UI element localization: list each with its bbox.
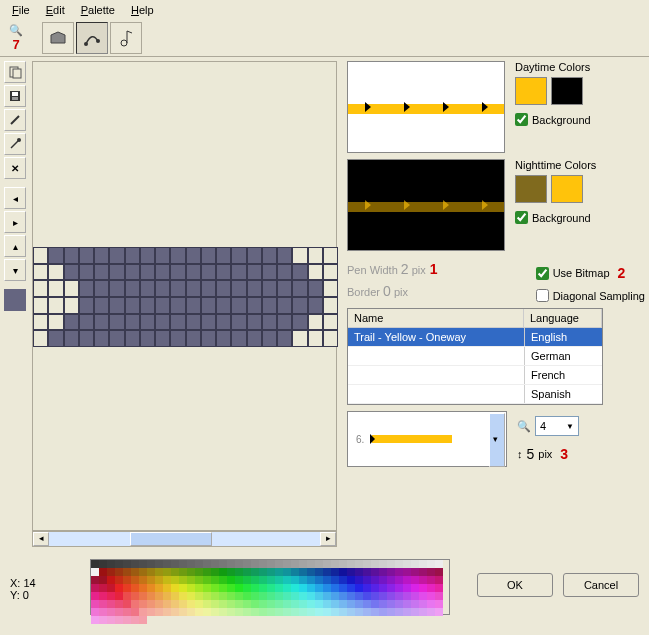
mini-dropdown[interactable] — [489, 413, 505, 467]
save-tool[interactable] — [4, 85, 26, 107]
svg-point-2 — [96, 39, 100, 43]
menu-palette[interactable]: Palette — [73, 2, 123, 18]
zoom-icon-2: 🔍 — [517, 420, 531, 433]
svg-rect-7 — [13, 69, 21, 78]
current-color-swatch[interactable] — [4, 289, 26, 311]
coord-y: 0 — [23, 589, 29, 601]
diagonal-sampling-label: Diagonal Sampling — [553, 290, 645, 302]
pen-width-label: Pen Width — [347, 264, 398, 276]
menubar: FFileile Edit Palette Help — [0, 0, 649, 20]
clear-tool[interactable]: ✕ — [4, 157, 26, 179]
scroll-left[interactable]: ◂ — [33, 532, 49, 546]
height-unit: pix — [538, 448, 552, 460]
svg-point-3 — [121, 40, 127, 46]
day-color-1[interactable] — [515, 77, 547, 105]
diagonal-sampling-check[interactable] — [536, 289, 549, 302]
shape-tool-button[interactable] — [42, 22, 74, 54]
triangle-right-icon: ▸ — [13, 217, 18, 228]
border-label: Border — [347, 286, 380, 298]
height-value: 5 — [527, 446, 535, 462]
night-color-1[interactable] — [515, 175, 547, 203]
coordinates: X: 14 Y: 0 — [10, 559, 80, 601]
svg-line-11 — [11, 116, 19, 124]
pentagon-icon — [49, 31, 67, 45]
night-color-2[interactable] — [551, 175, 583, 203]
color-palette[interactable] — [90, 559, 450, 615]
border-value: 0 — [383, 283, 391, 299]
triangle-left-icon: ◂ — [13, 193, 18, 204]
chevron-down-icon: ▼ — [566, 422, 574, 431]
curve-icon — [83, 29, 101, 47]
annotation-3: 3 — [560, 446, 568, 462]
use-bitmap-check[interactable] — [536, 267, 549, 280]
table-row[interactable]: French — [348, 366, 602, 385]
svg-marker-0 — [51, 32, 65, 43]
triangle-up-icon: ▴ — [13, 241, 18, 252]
copy-tool[interactable] — [4, 61, 26, 83]
note-tool-button[interactable] — [110, 22, 142, 54]
svg-line-5 — [127, 31, 132, 33]
background-label: Background — [532, 114, 591, 126]
svg-rect-10 — [12, 97, 18, 100]
use-bitmap-label: Use Bitmap — [553, 267, 610, 279]
language-table: Name Language Trail - Yellow - OnewayEng… — [347, 308, 603, 405]
col-name[interactable]: Name — [348, 309, 524, 327]
svg-point-13 — [17, 138, 21, 142]
svg-point-1 — [84, 42, 88, 46]
triangle-down-icon: ▾ — [13, 265, 18, 276]
pixel-canvas[interactable] — [32, 61, 337, 531]
copy-icon — [8, 65, 22, 79]
col-language[interactable]: Language — [524, 309, 602, 327]
eyedropper-icon — [8, 137, 22, 151]
background-label-2: Background — [532, 212, 591, 224]
day-background-check[interactable] — [515, 113, 528, 126]
scroll-right[interactable]: ▸ — [320, 532, 336, 546]
brush-icon — [8, 113, 22, 127]
svg-rect-9 — [12, 92, 18, 96]
top-toolbar: 🔍 7 — [0, 20, 649, 57]
daytime-colors-label: Daytime Colors — [515, 61, 625, 73]
coord-x: 14 — [23, 577, 35, 589]
height-icon: ↕ — [517, 448, 523, 460]
zoom-select[interactable]: 4▼ — [535, 416, 579, 436]
left-button[interactable]: ◂ — [4, 187, 26, 209]
zoom-icon: 🔍 — [9, 24, 23, 36]
line-tool-button[interactable] — [76, 22, 108, 54]
menu-file[interactable]: FFileile — [4, 2, 38, 18]
mini-preview[interactable]: 6. — [347, 411, 507, 467]
up-button[interactable]: ▴ — [4, 235, 26, 257]
menu-edit[interactable]: Edit — [38, 2, 73, 18]
mini-index: 6. — [356, 434, 364, 445]
night-background-check[interactable] — [515, 211, 528, 224]
svg-line-12 — [11, 141, 18, 148]
pen-width-value: 2 — [401, 261, 409, 277]
table-row[interactable]: Trail - Yellow - OnewayEnglish — [348, 328, 602, 347]
left-toolbar: ✕ ◂ ▸ ▴ ▾ — [4, 61, 28, 547]
down-button[interactable]: ▾ — [4, 259, 26, 281]
table-row[interactable]: Spanish — [348, 385, 602, 404]
nighttime-colors-label: Nighttime Colors — [515, 159, 625, 171]
day-color-2[interactable] — [551, 77, 583, 105]
nighttime-preview — [347, 159, 505, 251]
x-icon: ✕ — [11, 163, 19, 174]
brush-tool[interactable] — [4, 109, 26, 131]
annotation-1: 1 — [430, 261, 438, 277]
eyedrop-tool[interactable] — [4, 133, 26, 155]
ok-button[interactable]: OK — [477, 573, 553, 597]
right-button[interactable]: ▸ — [4, 211, 26, 233]
zoom-level: 7 — [12, 37, 19, 52]
menu-help[interactable]: Help — [123, 2, 162, 18]
note-icon — [119, 29, 133, 47]
table-row[interactable]: German — [348, 347, 602, 366]
annotation-2: 2 — [618, 265, 626, 281]
cancel-button[interactable]: Cancel — [563, 573, 639, 597]
canvas-h-scroll[interactable]: ◂ ▸ — [32, 531, 337, 547]
floppy-icon — [8, 89, 22, 103]
daytime-preview — [347, 61, 505, 153]
scroll-thumb[interactable] — [130, 532, 211, 546]
